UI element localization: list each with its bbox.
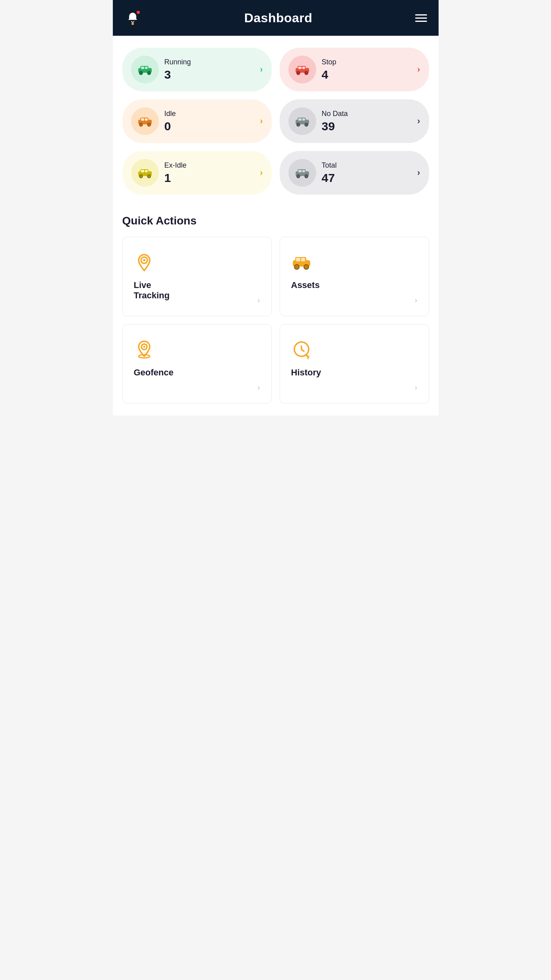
svg-rect-16 (141, 118, 144, 121)
pin-icon (134, 251, 155, 272)
svg-rect-22 (298, 118, 301, 121)
ex-idle-count: 1 (164, 171, 255, 185)
total-chevron: › (417, 168, 420, 178)
idle-label: Idle (164, 110, 255, 118)
idle-car-icon-wrap (131, 107, 159, 135)
hamburger-line-1 (415, 14, 427, 15)
stop-car-icon (294, 64, 311, 75)
svg-rect-35 (302, 170, 305, 172)
ex-idle-info: Ex-Idle 1 (164, 161, 255, 185)
notification-badge (136, 10, 141, 15)
total-car-icon (294, 167, 311, 178)
running-car-icon-wrap (131, 56, 159, 83)
svg-rect-42 (296, 258, 300, 261)
svg-point-20 (296, 123, 300, 126)
svg-point-26 (139, 175, 142, 178)
svg-rect-11 (302, 67, 305, 69)
history-chevron: › (415, 383, 418, 392)
svg-rect-23 (302, 118, 305, 121)
svg-point-2 (139, 72, 142, 75)
running-label: Running (164, 58, 255, 66)
stop-info: Stop 4 (322, 58, 412, 81)
svg-point-40 (294, 265, 299, 269)
svg-point-45 (143, 346, 145, 348)
svg-point-33 (304, 175, 307, 178)
idle-chevron: › (260, 116, 263, 126)
idle-count: 0 (164, 120, 255, 133)
action-card-history[interactable]: History › (280, 324, 429, 404)
quick-actions-section: Quick Actions Live Tracking › (122, 215, 429, 404)
stop-count: 4 (322, 68, 412, 81)
svg-rect-34 (298, 170, 301, 172)
svg-rect-5 (145, 67, 148, 69)
total-car-icon-wrap (288, 159, 316, 187)
no-data-info: No Data 39 (322, 110, 412, 133)
quick-actions-title: Quick Actions (122, 215, 429, 227)
idle-car-icon (136, 116, 154, 126)
action-card-live-tracking[interactable]: Live Tracking › (122, 237, 272, 316)
running-count: 3 (164, 68, 255, 81)
main-content: Running 3 › Stop 4 › (113, 36, 439, 416)
svg-rect-10 (298, 67, 301, 69)
running-chevron: › (260, 64, 263, 75)
notification-bell[interactable] (124, 9, 141, 27)
geofence-chevron: › (257, 383, 260, 392)
svg-rect-17 (145, 118, 148, 121)
svg-rect-28 (141, 170, 144, 172)
assets-chevron: › (415, 296, 418, 305)
total-label: Total (322, 161, 412, 170)
svg-point-21 (304, 123, 307, 126)
no-data-count: 39 (322, 120, 412, 133)
no-data-car-icon-wrap (288, 107, 316, 135)
svg-point-32 (296, 175, 300, 178)
svg-point-14 (139, 123, 142, 126)
running-info: Running 3 (164, 58, 255, 81)
status-card-total[interactable]: Total 47 › (280, 151, 429, 195)
status-card-ex-idle[interactable]: Ex-Idle 1 › (122, 151, 272, 195)
history-icon (291, 339, 312, 360)
geofence-icon (134, 339, 155, 360)
svg-point-27 (147, 175, 150, 178)
action-card-assets[interactable]: Assets › (280, 237, 429, 316)
ex-idle-label: Ex-Idle (164, 161, 255, 170)
no-data-car-icon (294, 116, 311, 126)
bell-status-dot (131, 23, 134, 25)
live-tracking-chevron: › (257, 296, 260, 305)
svg-rect-4 (141, 67, 144, 69)
running-car-icon (136, 64, 154, 75)
svg-point-41 (304, 265, 309, 269)
geofence-label: Geofence (134, 367, 260, 378)
svg-point-9 (304, 72, 307, 75)
page-title: Dashboard (244, 11, 313, 25)
history-label: History (291, 367, 418, 378)
action-card-geofence[interactable]: Geofence › (122, 324, 272, 404)
assets-label: Assets (291, 280, 418, 290)
status-card-idle[interactable]: Idle 0 › (122, 99, 272, 143)
app-header: Dashboard (113, 0, 439, 36)
svg-rect-43 (301, 258, 305, 261)
stop-chevron: › (417, 64, 420, 75)
svg-rect-29 (145, 170, 148, 172)
stop-car-icon-wrap (288, 56, 316, 83)
stop-label: Stop (322, 58, 412, 66)
svg-point-15 (147, 123, 150, 126)
hamburger-line-2 (415, 17, 427, 19)
status-card-no-data[interactable]: No Data 39 › (280, 99, 429, 143)
no-data-label: No Data (322, 110, 412, 118)
svg-point-3 (147, 72, 150, 75)
live-tracking-label: Live Tracking (134, 280, 260, 301)
ex-idle-car-icon (136, 167, 154, 178)
assets-car-icon (291, 251, 312, 272)
no-data-chevron: › (417, 116, 420, 126)
svg-point-8 (296, 72, 300, 75)
total-info: Total 47 (322, 161, 412, 185)
status-card-running[interactable]: Running 3 › (122, 48, 272, 91)
menu-button[interactable] (415, 14, 427, 22)
total-count: 47 (322, 171, 412, 185)
quick-actions-grid: Live Tracking › Assets › (122, 237, 429, 404)
ex-idle-car-icon-wrap (131, 159, 159, 187)
status-card-stop[interactable]: Stop 4 › (280, 48, 429, 91)
ex-idle-chevron: › (260, 168, 263, 178)
hamburger-line-3 (415, 21, 427, 22)
status-cards-section: Running 3 › Stop 4 › (122, 48, 429, 195)
